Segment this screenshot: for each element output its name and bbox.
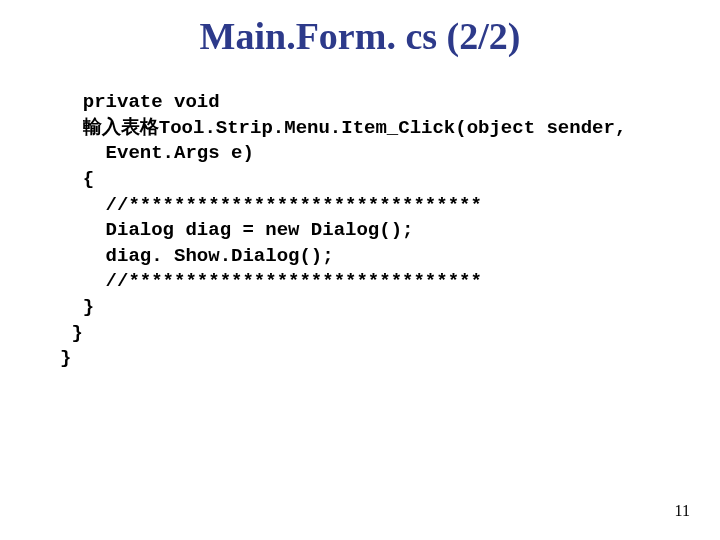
code-line: } (60, 347, 71, 369)
code-line: private void (60, 91, 220, 113)
code-line: diag. Show.Dialog(); (60, 245, 334, 267)
code-block: private void 輸入表格Tool.Strip.Menu.Item_Cl… (60, 90, 626, 372)
slide-title: Main.Form. cs (2/2) (0, 0, 720, 68)
code-line: Dialog diag = new Dialog(); (60, 219, 413, 241)
code-line: { (60, 168, 94, 190)
code-line: //******************************* (60, 194, 482, 216)
slide: Main.Form. cs (2/2) private void 輸入表格Too… (0, 0, 720, 540)
code-line: 輸入表格Tool.Strip.Menu.Item_Click(object se… (60, 117, 626, 139)
code-line: //******************************* (60, 270, 482, 292)
page-number: 11 (675, 502, 690, 520)
code-line: Event.Args e) (60, 142, 254, 164)
code-line: } (60, 296, 94, 318)
code-line: } (60, 322, 83, 344)
